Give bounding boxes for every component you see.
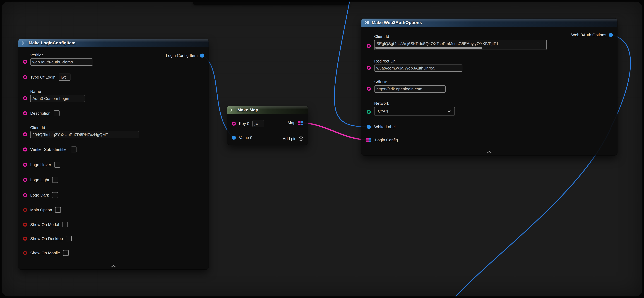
show-on-desktop-label: Show On Desktop bbox=[30, 236, 63, 241]
client-id-pin[interactable] bbox=[23, 132, 27, 136]
name-field[interactable]: Auth0 Custom Login bbox=[30, 95, 85, 102]
network-pin[interactable] bbox=[367, 110, 371, 114]
key-0-value: jwt bbox=[255, 121, 260, 126]
name-value: Auth0 Custom Login bbox=[32, 96, 69, 101]
type-of-login-field[interactable]: jwt bbox=[58, 74, 70, 81]
network-label: Network bbox=[374, 101, 455, 106]
show-on-modal-checkbox[interactable] bbox=[62, 222, 68, 228]
show-on-modal-pin[interactable] bbox=[23, 222, 27, 226]
verifier-pin[interactable] bbox=[23, 60, 27, 64]
verifier-value: web3auth-auth0-demo bbox=[32, 60, 73, 64]
add-pin-button[interactable]: Add pin bbox=[283, 136, 304, 141]
node-header-make-map[interactable]: Make Map bbox=[227, 106, 308, 114]
value-0-pin[interactable] bbox=[232, 136, 236, 140]
value-0-label: Value 0 bbox=[239, 135, 252, 140]
make-node-icon bbox=[230, 108, 235, 112]
redirect-url-pin[interactable] bbox=[367, 66, 371, 70]
chevron-down-icon bbox=[447, 110, 451, 112]
network-selected-value: CYAN bbox=[378, 109, 388, 114]
node-title: Make LoginConfigItem bbox=[29, 40, 76, 46]
sdk-url-field[interactable]: https://sdk.openlogin.com bbox=[374, 86, 446, 92]
client-id-value: 294QRkchfq2YaXUbPri7D6PH7xzHgQMT bbox=[32, 132, 108, 137]
type-of-login-pin[interactable] bbox=[23, 75, 27, 79]
logo-dark-field[interactable] bbox=[52, 192, 58, 198]
login-config-item-output-pin[interactable] bbox=[200, 54, 204, 58]
plus-circle-icon bbox=[298, 136, 304, 141]
client-id-value: BEglQSgt4cUWcj6SKRdu5QkOXTsePmMcusG5EAoy… bbox=[376, 41, 498, 46]
map-output-label: Map bbox=[288, 120, 296, 125]
name-pin[interactable] bbox=[23, 96, 27, 100]
name-label: Name bbox=[30, 89, 85, 94]
node-title: Make Map bbox=[237, 108, 258, 112]
logo-light-field[interactable] bbox=[52, 177, 58, 183]
logo-hover-pin[interactable] bbox=[23, 163, 27, 167]
main-option-label: Main Option bbox=[30, 208, 52, 212]
show-on-desktop-pin[interactable] bbox=[23, 236, 27, 241]
description-field[interactable] bbox=[54, 110, 60, 116]
logo-dark-label: Logo Dark bbox=[30, 193, 49, 198]
sdk-url-pin[interactable] bbox=[367, 87, 371, 91]
node-make-map[interactable]: Make Map Key 0 jwt Map Value 0 Add pin bbox=[227, 106, 308, 145]
add-pin-label: Add pin bbox=[283, 136, 296, 141]
field-horizontal-scrollbar[interactable] bbox=[375, 47, 482, 49]
logo-hover-field[interactable] bbox=[54, 162, 60, 168]
sdk-url-value: https://sdk.openlogin.com bbox=[376, 87, 422, 92]
white-label-label: White Label bbox=[374, 124, 396, 129]
collapse-node-button[interactable] bbox=[111, 265, 116, 268]
client-id-label: Client Id bbox=[374, 34, 547, 39]
login-config-pin map-grid-icon[interactable] bbox=[366, 138, 372, 142]
key-0-field[interactable]: jwt bbox=[252, 120, 264, 127]
description-pin[interactable] bbox=[23, 111, 27, 115]
redirect-url-label: Redirect Url bbox=[374, 59, 462, 64]
show-on-modal-label: Show On Modal bbox=[30, 222, 59, 227]
map-output-pin map-grid-icon[interactable] bbox=[298, 120, 304, 125]
verifier-label: Verifier bbox=[30, 53, 93, 57]
verifier-field[interactable]: web3auth-auth0-demo bbox=[30, 58, 93, 66]
offscreen-node-edge[interactable] bbox=[193, 2, 349, 5]
main-option-checkbox[interactable] bbox=[55, 207, 61, 213]
client-id-label: Client Id bbox=[30, 125, 139, 130]
main-option-pin[interactable] bbox=[23, 208, 27, 212]
chevron-up-icon bbox=[111, 265, 116, 268]
logo-hover-label: Logo Hover bbox=[30, 162, 51, 167]
key-0-label: Key 0 bbox=[239, 121, 249, 126]
client-id-field[interactable]: 294QRkchfq2YaXUbPri7D6PH7xzHgQMT bbox=[30, 131, 139, 138]
make-node-icon bbox=[364, 20, 369, 25]
collapse-node-button[interactable] bbox=[486, 150, 492, 154]
sdk-url-label: Sdk Url bbox=[374, 80, 446, 84]
logo-light-pin[interactable] bbox=[23, 178, 27, 182]
output-label: Web 3Auth Options bbox=[571, 32, 606, 38]
verifier-sub-identifier-label: Verifier Sub Identifier bbox=[30, 147, 68, 152]
verifier-sub-identifier-field[interactable] bbox=[71, 146, 77, 152]
verifier-sub-identifier-pin[interactable] bbox=[23, 148, 27, 152]
white-label-pin[interactable] bbox=[367, 125, 371, 129]
key-0-pin[interactable] bbox=[232, 122, 236, 126]
client-id-pin[interactable] bbox=[367, 44, 371, 48]
node-title: Make Web3AuthOptions bbox=[372, 20, 422, 25]
node-make-web3authoptions[interactable]: Make Web3AuthOptions Web 3Auth Options C… bbox=[362, 18, 617, 155]
description-label: Description bbox=[30, 111, 50, 116]
node-make-loginconfigitem[interactable]: Make LoginConfigItem Login Config Item V… bbox=[18, 39, 208, 269]
output-label: Login Config Item bbox=[166, 53, 198, 58]
type-of-login-value: jwt bbox=[61, 75, 66, 80]
show-on-mobile-pin[interactable] bbox=[23, 251, 27, 255]
node-header-make-loginconfigitem[interactable]: Make LoginConfigItem bbox=[18, 39, 208, 47]
chevron-up-icon bbox=[486, 150, 492, 154]
graph-canvas[interactable]: Make LoginConfigItem Login Config Item V… bbox=[2, 2, 642, 296]
type-of-login-label: Type Of Login bbox=[30, 75, 56, 80]
node-header-make-web3authoptions[interactable]: Make Web3AuthOptions bbox=[362, 18, 617, 27]
redirect-url-field[interactable]: w3a://com.w3a.Web3AuthUnreal bbox=[374, 64, 462, 72]
wire-map-to-login-config[interactable] bbox=[301, 123, 369, 140]
make-node-icon bbox=[22, 41, 26, 45]
logo-dark-pin[interactable] bbox=[23, 193, 27, 197]
login-config-label: Login Config bbox=[375, 138, 398, 142]
web3auth-options-output-pin[interactable] bbox=[609, 33, 613, 37]
network-dropdown[interactable]: CYAN bbox=[374, 107, 455, 116]
show-on-desktop-checkbox[interactable] bbox=[66, 236, 72, 242]
show-on-mobile-label: Show On Mobile bbox=[30, 250, 60, 255]
redirect-url-value: w3a://com.w3a.Web3AuthUnreal bbox=[376, 66, 435, 70]
logo-light-label: Logo Light bbox=[30, 178, 49, 182]
client-id-field[interactable]: BEglQSgt4cUWcj6SKRdu5QkOXTsePmMcusG5EAoy… bbox=[374, 40, 547, 50]
show-on-mobile-checkbox[interactable] bbox=[63, 250, 69, 256]
